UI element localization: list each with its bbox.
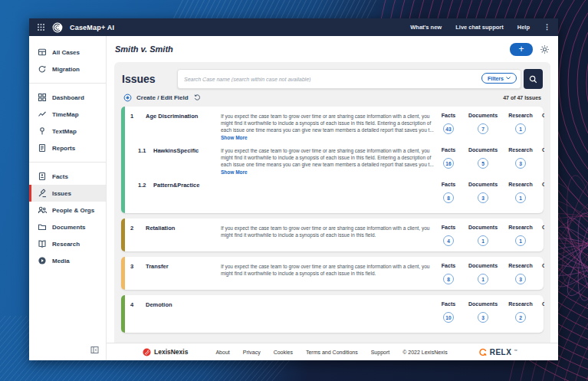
footer-link-terms[interactable]: Terms and Conditions bbox=[306, 350, 358, 355]
page-title: Issues bbox=[122, 73, 169, 85]
comments-column-header: Comments bbox=[542, 113, 544, 118]
research-count-badge[interactable]: 3 bbox=[515, 158, 526, 169]
sidebar-item-all-cases[interactable]: All Cases bbox=[29, 44, 106, 61]
documents-count-badge[interactable]: 3 bbox=[478, 312, 488, 323]
sidebar-item-media[interactable]: Media bbox=[29, 252, 106, 269]
issue-description bbox=[221, 301, 434, 327]
issue-row[interactable]: 3 Transfer If you expect the case team t… bbox=[126, 257, 544, 284]
issue-stats: Facts8 Documents1 Research3 Comments0 bbox=[434, 263, 544, 284]
facts-count-badge[interactable]: 16 bbox=[443, 158, 454, 169]
issue-number: 2 bbox=[130, 225, 146, 246]
research-book-icon bbox=[38, 239, 47, 248]
sidebar-item-reports[interactable]: Reports bbox=[29, 140, 106, 156]
comments-column-header: Comments bbox=[542, 301, 544, 307]
documents-count-badge[interactable]: 1 bbox=[478, 274, 488, 284]
footer-link-privacy[interactable]: Privacy bbox=[243, 350, 261, 355]
people-orgs-icon bbox=[38, 205, 47, 215]
sidebar-item-textmap[interactable]: TextMap bbox=[29, 123, 106, 140]
sidebar-item-issues[interactable]: Issues bbox=[29, 185, 106, 202]
whats-new-link[interactable]: What's new bbox=[410, 24, 442, 31]
sidebar-item-documents[interactable]: Documents bbox=[29, 218, 106, 235]
research-count-badge[interactable]: 1 bbox=[515, 123, 526, 134]
issue-card: 2 Retaliation If you expect the case tea… bbox=[121, 218, 544, 251]
search-input[interactable] bbox=[178, 77, 521, 82]
app-window: CaseMap+ AI What's new Live chat support… bbox=[29, 18, 558, 360]
case-title: Smith v. Smith bbox=[115, 44, 173, 54]
live-chat-support-link[interactable]: Live chat support bbox=[455, 24, 504, 31]
sidebar-item-facts[interactable]: Facts bbox=[29, 168, 106, 185]
issue-description: If you expect the case team to grow over… bbox=[221, 225, 434, 246]
add-button[interactable]: + bbox=[510, 43, 533, 56]
issue-number: 3 bbox=[130, 263, 146, 284]
create-edit-field-button[interactable]: Create / Edit Field bbox=[136, 94, 189, 101]
issue-description-text: If you expect the case team to grow over… bbox=[221, 264, 429, 276]
refresh-icon[interactable] bbox=[193, 94, 201, 101]
issues-toolbar: Create / Edit Field 47 of 47 Issues bbox=[120, 90, 544, 105]
comments-column-header: Comments bbox=[542, 182, 544, 187]
show-more-link[interactable]: Show More bbox=[221, 134, 434, 141]
chevron-down-icon bbox=[506, 77, 511, 80]
sidebar-item-label: Media bbox=[52, 258, 70, 264]
sidebar-item-people-orgs[interactable]: People & Orgs bbox=[29, 202, 106, 218]
issues-gavel-icon bbox=[38, 189, 47, 198]
issue-row[interactable]: 1 Age Discrimination If you expect the c… bbox=[126, 107, 544, 141]
research-count-badge[interactable]: 2 bbox=[515, 312, 526, 323]
footer-link-about[interactable]: About bbox=[215, 350, 229, 355]
sidebar-item-label: Issues bbox=[52, 190, 71, 197]
issue-stats: Facts4 Documents1 Research1 Comments0 bbox=[434, 225, 544, 246]
facts-count-badge[interactable]: 43 bbox=[443, 123, 454, 134]
more-options-icon[interactable]: ⋮ bbox=[544, 24, 550, 31]
issue-number: 1 bbox=[130, 113, 146, 141]
reports-icon bbox=[38, 143, 47, 153]
documents-count-badge[interactable]: 1 bbox=[478, 235, 488, 246]
sidebar-item-label: TextMap bbox=[52, 128, 77, 135]
footer-link-support[interactable]: Support bbox=[371, 350, 390, 355]
footer-link-cookies[interactable]: Cookies bbox=[274, 350, 293, 355]
issue-description bbox=[221, 182, 434, 208]
issue-description-text: If you expect the case team to grow over… bbox=[221, 148, 434, 167]
issue-row[interactable]: 1.2 Pattern&Practice Facts8 Documents3 R… bbox=[126, 176, 544, 208]
documents-count-badge[interactable]: 7 bbox=[478, 123, 488, 134]
case-header: Smith v. Smith + bbox=[107, 36, 558, 62]
research-count-badge[interactable]: 1 bbox=[515, 235, 526, 246]
show-more-link[interactable]: Show More bbox=[221, 169, 434, 176]
issue-description: If you expect the case team to grow over… bbox=[221, 113, 434, 141]
sidebar-item-timemap[interactable]: TimeMap bbox=[29, 106, 106, 123]
facts-count-badge[interactable]: 10 bbox=[443, 312, 454, 323]
sidebar-item-label: People & Orgs bbox=[52, 207, 94, 214]
issues-panel: Issues Filters bbox=[114, 62, 550, 343]
sidebar-item-dashboard[interactable]: Dashboard bbox=[29, 89, 106, 106]
help-link[interactable]: Help bbox=[517, 24, 530, 31]
comments-column-header: Comments bbox=[542, 263, 544, 268]
app-launcher-grid-icon[interactable] bbox=[37, 23, 45, 31]
issue-row[interactable]: 4 Demotion Facts10 Documents3 Research2 … bbox=[126, 295, 544, 327]
issue-card: 3 Transfer If you expect the case team t… bbox=[121, 257, 544, 290]
search-box: Filters bbox=[177, 69, 521, 89]
sidebar-divider bbox=[29, 162, 106, 163]
search-icon bbox=[529, 75, 537, 84]
issue-row[interactable]: 1.1 HawkinsSpecific If you expect the ca… bbox=[126, 141, 544, 176]
research-count-badge[interactable]: 1 bbox=[515, 192, 526, 203]
documents-column-header: Documents bbox=[468, 182, 498, 187]
facts-count-badge[interactable]: 4 bbox=[443, 235, 454, 246]
facts-count-badge[interactable]: 8 bbox=[443, 274, 454, 284]
sidebar-divider bbox=[29, 83, 106, 84]
sidebar-collapse-icon[interactable] bbox=[90, 346, 99, 354]
dashboard-icon bbox=[38, 93, 47, 102]
documents-count-badge[interactable]: 3 bbox=[478, 192, 488, 203]
search-button[interactable] bbox=[524, 69, 543, 89]
issue-stats: Facts43 Documents7 Research1 Comments0 bbox=[434, 113, 544, 141]
research-column-header: Research bbox=[508, 113, 533, 118]
top-bar-right: What's new Live chat support Help ⋮ bbox=[410, 24, 550, 31]
issue-row[interactable]: 2 Retaliation If you expect the case tea… bbox=[126, 218, 544, 246]
filters-label: Filters bbox=[488, 76, 504, 81]
documents-count-badge[interactable]: 5 bbox=[478, 158, 488, 169]
sidebar-item-label: Research bbox=[52, 241, 80, 248]
settings-gear-icon[interactable] bbox=[540, 44, 550, 54]
sidebar-item-research[interactable]: Research bbox=[29, 235, 106, 252]
sidebar-item-migration[interactable]: Migration bbox=[29, 61, 106, 77]
research-count-badge[interactable]: 3 bbox=[515, 274, 526, 284]
facts-count-badge[interactable]: 8 bbox=[443, 192, 454, 203]
filters-button[interactable]: Filters bbox=[481, 73, 517, 84]
documents-folder-icon bbox=[38, 222, 47, 232]
